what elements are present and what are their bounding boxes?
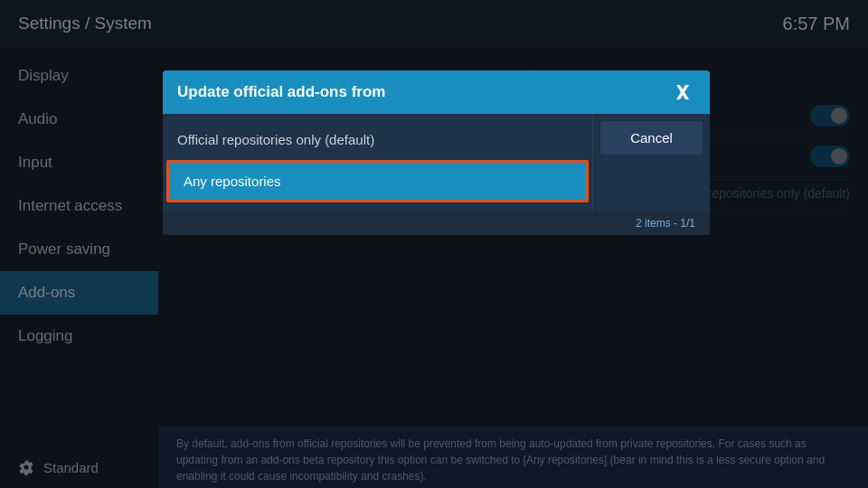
modal-body: Official repositories only (default) Any… bbox=[163, 114, 710, 211]
modal-header: Update official add-ons from bbox=[163, 70, 710, 114]
kodi-icon bbox=[674, 81, 695, 103]
modal-option-official[interactable]: Official repositories only (default) bbox=[163, 121, 592, 158]
cancel-button[interactable]: Cancel bbox=[600, 121, 703, 155]
modal: Update official add-ons from Official re… bbox=[163, 70, 710, 235]
modal-footer: 2 items - 1/1 bbox=[163, 211, 710, 235]
modal-title: Update official add-ons from bbox=[177, 83, 385, 101]
modal-option-any[interactable]: Any repositories bbox=[166, 160, 589, 202]
modal-list: Official repositories only (default) Any… bbox=[163, 114, 592, 211]
modal-actions: Cancel bbox=[592, 114, 710, 211]
